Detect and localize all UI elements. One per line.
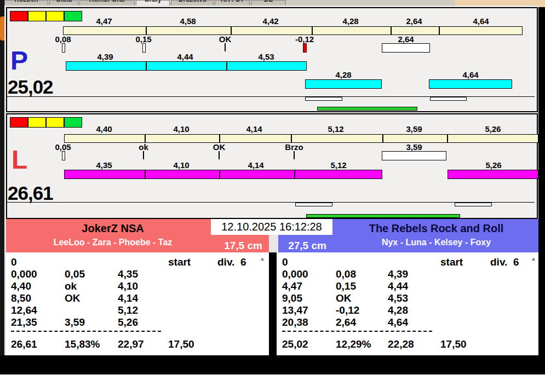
table-header-cell: start	[168, 257, 191, 267]
table-total-cell: 12,29%	[336, 339, 371, 349]
split-label: 4,42	[262, 17, 278, 25]
split-label: 2,64	[406, 17, 422, 25]
table-total-cell: 17,50	[168, 339, 194, 349]
status-light-yellow1-icon	[28, 11, 46, 21]
status-light-yellow2-icon	[46, 11, 64, 21]
run-label: 4,53	[258, 53, 274, 61]
split-label: 4,10	[173, 125, 189, 133]
run-bar	[429, 79, 512, 89]
table-total-cell: 22,28	[388, 339, 414, 349]
lane-letter-l: L	[12, 147, 27, 173]
team-name-right: The Rebels Rock and Roll	[333, 222, 540, 235]
panel-lane-p: P 25,02 4,47 4,58 4,42 4,28 2,64 4,64 0,…	[6, 7, 538, 112]
changeover-tick	[225, 43, 226, 51]
changeover-tick	[62, 43, 65, 53]
table-cell: 5,12	[118, 305, 138, 315]
changeover-label: 3,59	[406, 143, 422, 151]
table-cell: -0,12	[336, 305, 359, 315]
jump-height-left: 17,5 cm	[219, 240, 268, 252]
changeover-tick	[143, 151, 144, 159]
changeover-label: 0,15	[135, 35, 151, 43]
changeover-label: 0,08	[55, 35, 71, 43]
status-light-yellow1-icon	[28, 117, 46, 128]
window-edge-bottom	[0, 355, 545, 374]
run-label: 4,35	[96, 161, 112, 169]
progress-bar	[317, 107, 417, 111]
splits-table-right: 0 start div. 6 ▲ 0,000 0,08 4,39 4,47 0,…	[277, 252, 540, 355]
changeover-label: OK	[213, 143, 226, 151]
run-label: 4,28	[335, 71, 351, 79]
penalty-bar	[382, 43, 430, 53]
table-total-cell: 25,02	[282, 339, 308, 349]
team-name-left: JokerZ NSA	[6, 222, 220, 235]
table-cell: 3,59	[65, 317, 85, 327]
changeover-label: ok	[139, 143, 148, 151]
split-label: 4,28	[342, 17, 358, 25]
table-cell: 2,64	[336, 317, 356, 327]
marker-bar	[295, 203, 332, 206]
table-cell: 4,44	[388, 281, 408, 291]
status-lights	[10, 117, 82, 128]
table-cell: 20,38	[282, 317, 308, 327]
split-label: 4,64	[473, 17, 489, 25]
table-cell: OK	[65, 293, 81, 303]
run-bar	[305, 79, 382, 89]
run-label: 4,14	[248, 161, 263, 169]
changeover-label: 2,64	[398, 35, 414, 43]
window-edge-right	[538, 7, 545, 355]
table-total-cell: 17,50	[440, 339, 467, 349]
table-cell: 12,64	[11, 305, 37, 315]
table-cell: 4,64	[388, 317, 408, 327]
jump-height-right: 27,5 cm	[279, 240, 335, 252]
run-label: 5,12	[330, 161, 346, 169]
changeover-tick	[142, 43, 146, 53]
changeover-tick	[219, 151, 220, 159]
status-light-yellow2-icon	[46, 117, 64, 128]
splits-bar	[64, 134, 538, 143]
team-dogs-right: Nyx - Luna - Kelsey - Foxy	[333, 238, 540, 247]
lane-total-time-l: 26,61	[8, 183, 53, 203]
changeover-label: 0,05	[55, 143, 71, 151]
changeover-label: -0,12	[295, 35, 314, 43]
run-bar	[64, 170, 382, 179]
run-label: 4,39	[97, 53, 113, 61]
table-header-cell: start	[440, 257, 463, 267]
changeover-label: OK	[219, 35, 232, 43]
table-total-cell: 15,83%	[65, 339, 100, 349]
changeover-tick	[294, 151, 295, 159]
run-bar	[66, 61, 307, 71]
table-cell: 9,05	[282, 293, 302, 303]
table-cell: OK	[336, 293, 352, 303]
fault-tick	[303, 43, 307, 53]
table-cell: 13,47	[282, 305, 308, 315]
table-total-cell: 26,61	[11, 339, 37, 349]
table-total-cell: 22,97	[118, 339, 144, 349]
table-cell: 4,35	[118, 269, 138, 279]
status-light-green-icon	[64, 117, 82, 128]
table-cell: 5,26	[118, 317, 138, 327]
penalty-bar	[382, 151, 446, 160]
run-label: 4,10	[173, 161, 189, 169]
table-cell: 0,15	[336, 281, 356, 291]
table-cell: 0,000	[282, 269, 308, 279]
background-window-edge	[0, 0, 4, 356]
background-app-icon	[0, 16, 4, 41]
team-dogs-left: LeeLoo - Zara - Phoebe - Taz	[6, 238, 220, 247]
table-separator	[282, 331, 432, 332]
table-header-cell: 0	[282, 257, 288, 267]
table-header-cell: 0	[11, 257, 17, 267]
status-light-red-icon	[10, 117, 28, 128]
table-cell: 4,14	[118, 293, 138, 303]
tab-bar: Rozbeh Cidla Kombi Graf Grafy Druzstva K…	[4, 0, 455, 5]
changeover-label: Brzo	[285, 143, 303, 151]
table-separator	[11, 331, 161, 332]
split-label: 5,26	[485, 125, 501, 133]
split-label: 4,47	[96, 17, 112, 25]
scroll-up-icon[interactable]: ▲	[260, 256, 265, 262]
table-cell: 4,10	[118, 281, 138, 291]
lane-total-time-p: 25,02	[8, 77, 53, 96]
table-cell: 21,35	[11, 317, 37, 327]
scroll-up-icon[interactable]: ▲	[531, 256, 536, 262]
panel-lane-l: L 26,61 4,40 4,10 4,14 5,12 3,59 5,26 0,…	[6, 113, 538, 219]
progress-bar	[306, 214, 460, 218]
